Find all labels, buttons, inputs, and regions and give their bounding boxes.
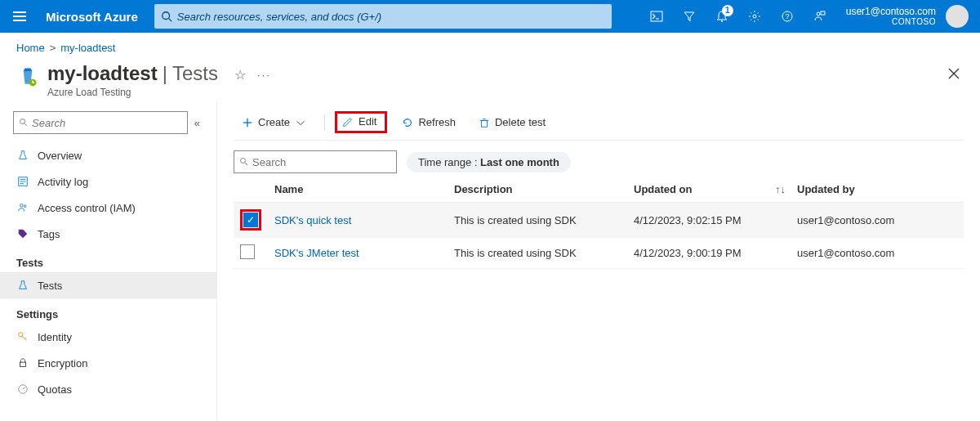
toolbar: Create Edit Refresh Delete test [234,105,964,141]
sidebar-search[interactable] [13,111,188,134]
svg-point-8 [753,15,756,18]
test-description: This is created using SDK [448,238,627,269]
tests-search-input[interactable] [252,156,391,168]
help-button[interactable]: ? [771,0,804,33]
more-actions-button[interactable]: ··· [257,69,271,81]
sort-icon: ↑↓ [775,183,786,195]
help-icon: ? [781,10,794,23]
settings-button[interactable] [738,0,771,33]
sidebar-item-label: Quotas [38,383,72,396]
delete-button[interactable]: Delete test [470,113,554,132]
top-bar: Microsoft Azure 1 ? user1@contoso.com CO… [0,0,980,33]
table-row[interactable]: SDK's JMeter testThis is created using S… [234,238,964,269]
col-updated-on[interactable]: Updated on ↑↓ [627,177,791,203]
svg-rect-2 [13,20,26,21]
sidebar-item-overview[interactable]: Overview [13,142,216,168]
test-updated-by: user1@contoso.com [791,203,964,238]
collapse-sidebar-button[interactable]: « [194,117,200,129]
sidebar-search-input[interactable] [32,117,182,129]
key-icon [16,330,29,343]
col-description[interactable]: Description [448,177,627,203]
gear-icon [748,10,761,23]
sidebar-item-encryption[interactable]: Encryption [13,350,216,376]
sidebar-item-label: Overview [38,150,82,162]
sidebar-item-activity-log[interactable]: Activity log [13,168,216,195]
svg-line-4 [168,19,172,22]
search-icon [19,118,29,128]
menu-icon [13,10,26,23]
filter-icon [683,10,696,23]
svg-point-23 [24,205,26,208]
breadcrumb-home[interactable]: Home [16,42,45,54]
people-icon [16,201,29,214]
svg-rect-0 [13,11,26,13]
refresh-icon [402,117,413,128]
chevron-down-icon [295,117,306,128]
tests-search[interactable] [234,150,397,173]
account-button[interactable]: user1@contoso.com CONTOSO [836,7,939,26]
toolbar-separator [324,114,325,131]
svg-line-29 [23,387,25,389]
svg-rect-27 [20,362,26,366]
test-name-link[interactable]: SDK's quick test [274,214,351,226]
flask-icon [16,149,29,162]
svg-text:?: ? [785,12,789,20]
favorite-button[interactable]: ☆ [234,67,246,83]
user-tenant: CONTOSO [892,17,936,26]
sidebar-item-label: Tests [38,280,62,292]
close-blade-button[interactable] [947,67,960,83]
sidebar-item-identity[interactable]: Identity [13,324,216,350]
sidebar-item-tests[interactable]: Tests [0,272,216,298]
global-search[interactable] [154,4,612,29]
breadcrumb-current[interactable]: my-loadtest [60,42,115,54]
row-checkbox[interactable] [240,244,255,259]
notifications-button[interactable]: 1 [706,0,738,33]
svg-point-16 [20,119,25,124]
page-title: my-loadtest [47,62,158,85]
page-title-row: my-loadtest | Tests Azure Load Testing ☆… [0,62,980,101]
topbar-icons: 1 ? [640,0,836,33]
directory-filter-button[interactable] [673,0,706,33]
gauge-icon [16,383,29,396]
person-feedback-icon [813,10,826,23]
svg-line-17 [24,123,27,126]
global-search-input[interactable] [177,11,605,23]
time-range-filter[interactable]: Time range : Last one month [407,152,571,172]
pencil-icon [342,116,354,128]
sidebar-item-tags[interactable]: Tags [13,221,216,247]
tests-table: Name Description Updated on ↑↓ Updated b… [234,177,964,269]
svg-point-22 [20,204,24,208]
create-button[interactable]: Create [234,113,314,132]
close-icon [947,67,960,80]
cloud-shell-button[interactable] [640,0,673,33]
load-testing-icon [16,65,39,88]
hamburger-menu[interactable] [0,0,39,33]
delete-label: Delete test [495,116,546,128]
svg-line-36 [245,163,247,165]
avatar[interactable] [946,5,969,28]
log-icon [16,175,29,188]
row-checkbox[interactable] [243,213,258,227]
trash-icon [479,117,490,128]
col-name[interactable]: Name [268,177,448,203]
content: Create Edit Refresh Delete test [216,101,980,421]
feedback-button[interactable] [804,0,836,33]
plus-icon [242,117,253,128]
breadcrumb-separator: > [50,42,56,54]
edit-button[interactable]: Edit [335,111,387,133]
sidebar: « Overview Activity log Access control (… [0,101,216,421]
sidebar-item-quotas[interactable]: Quotas [13,376,216,402]
svg-rect-5 [651,11,662,21]
table-row[interactable]: SDK's quick testThis is created using SD… [234,203,964,238]
edit-label: Edit [359,115,376,128]
test-name-link[interactable]: SDK's JMeter test [274,247,359,259]
svg-line-26 [25,338,27,339]
breadcrumb: Home > my-loadtest [0,33,980,62]
svg-point-3 [163,12,170,20]
brand-label[interactable]: Microsoft Azure [46,10,138,24]
refresh-button[interactable]: Refresh [394,113,464,132]
svg-rect-12 [821,11,825,15]
time-range-label: Time range : [418,156,480,168]
col-updated-by[interactable]: Updated by [791,177,964,203]
sidebar-item-iam[interactable]: Access control (IAM) [13,195,216,221]
